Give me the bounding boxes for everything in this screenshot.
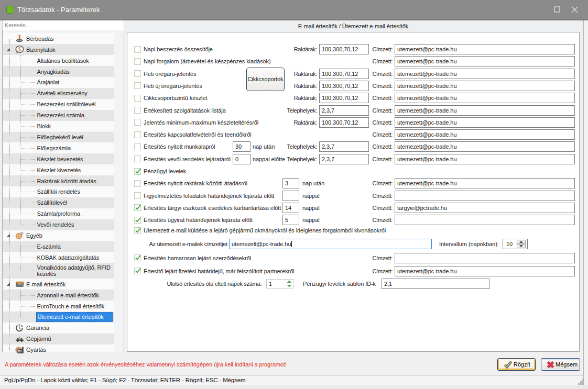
svg-text:$: $ bbox=[18, 47, 21, 52]
